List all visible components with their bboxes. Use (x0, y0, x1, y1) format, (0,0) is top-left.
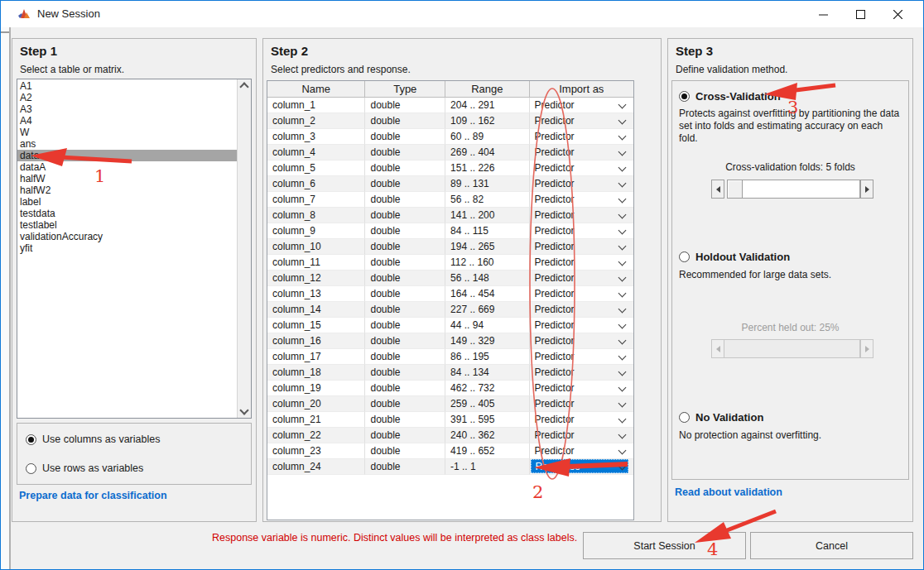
import-as-dropdown[interactable]: Predictor (530, 318, 633, 333)
minimize-button[interactable] (805, 1, 842, 27)
cell-type: double (365, 239, 445, 255)
scroll-up-icon[interactable] (239, 82, 248, 91)
table-row: column_20double259 .. 405Predictor (267, 396, 633, 412)
table-row: column_3double60 .. 89Predictor (267, 129, 633, 145)
prepare-data-link[interactable]: Prepare data for classification (19, 490, 167, 501)
cell-name: column_21 (267, 412, 365, 428)
variable-list-item[interactable]: halfW (17, 173, 237, 184)
import-as-dropdown[interactable]: Predictor (530, 286, 633, 302)
import-as-value: Predictor (535, 115, 575, 127)
dropdown-chevron-icon (618, 211, 627, 219)
slider-right-arrow[interactable] (860, 180, 873, 199)
start-session-button[interactable]: Start Session (583, 532, 746, 559)
import-as-dropdown[interactable]: Predictor (530, 192, 633, 208)
cancel-button[interactable]: Cancel (750, 532, 913, 559)
slider-left-arrow[interactable] (711, 180, 724, 199)
table-row: column_9double84 .. 115Predictor (267, 223, 633, 239)
header-range[interactable]: Range (445, 81, 530, 98)
variable-list-item[interactable]: halfW2 (17, 184, 237, 196)
cell-type-text: double (370, 351, 400, 362)
variable-list-item[interactable]: dataA (17, 161, 237, 173)
dropdown-chevron-icon (618, 337, 627, 345)
import-as-dropdown[interactable]: Response (530, 459, 633, 475)
import-as-value: Predictor (535, 288, 575, 299)
import-as-dropdown[interactable]: Predictor (530, 145, 633, 160)
import-as-dropdown[interactable]: Predictor (530, 333, 633, 349)
variable-list-item[interactable]: validationAccuracy (17, 231, 237, 242)
percent-held-out-label: Percent held out: 25% (672, 322, 908, 333)
cell-range-text: -1 .. 1 (450, 461, 476, 472)
cell-name-text: column_24 (272, 461, 321, 472)
variable-list-item[interactable]: ans (17, 138, 237, 150)
import-as-dropdown[interactable]: Predictor (530, 365, 633, 381)
cell-range: 89 .. 131 (445, 176, 530, 192)
import-as-dropdown[interactable]: Predictor (530, 223, 633, 239)
radio-no-validation[interactable]: No Validation (679, 411, 763, 424)
import-as-dropdown[interactable]: Predictor (530, 271, 633, 286)
variable-list-item[interactable]: A1 (17, 80, 237, 92)
import-as-dropdown[interactable]: Predictor (530, 381, 633, 396)
variable-list-item[interactable]: testlabel (17, 219, 237, 231)
import-as-dropdown[interactable]: Predictor (530, 208, 633, 223)
cell-range-text: 141 .. 200 (450, 209, 494, 221)
import-as-dropdown[interactable]: Predictor (530, 302, 633, 318)
cell-name: column_19 (267, 381, 365, 396)
header-type[interactable]: Type (365, 81, 445, 98)
variable-list-item[interactable]: testdata (17, 208, 237, 219)
radio-cross-validation[interactable]: Cross-Validation (679, 90, 781, 103)
variable-list-item[interactable]: A2 (17, 92, 237, 103)
import-as-dropdown[interactable]: Predictor (530, 412, 633, 428)
import-as-dropdown[interactable]: Predictor (530, 98, 633, 113)
maximize-button[interactable] (842, 1, 879, 27)
maximize-icon (856, 10, 865, 19)
table-row: column_16double149 .. 329Predictor (267, 333, 633, 349)
import-as-dropdown[interactable]: Predictor (530, 160, 633, 176)
dropdown-chevron-icon (618, 164, 627, 172)
import-as-dropdown[interactable]: Predictor (530, 176, 633, 192)
import-as-dropdown[interactable]: Predictor (530, 113, 633, 129)
cell-range: 164 .. 454 (445, 286, 530, 302)
import-as-value: Predictor (535, 366, 575, 378)
variable-list-item[interactable]: W (17, 127, 237, 138)
response-selected-cell: Response (531, 459, 628, 473)
import-as-dropdown[interactable]: Predictor (530, 129, 633, 145)
radio-unselected-icon (679, 251, 690, 262)
cell-type-text: double (370, 366, 400, 378)
radio-use-columns[interactable]: Use columns as variables (26, 433, 160, 445)
scroll-down-icon[interactable] (239, 405, 248, 414)
table-row: column_2double109 .. 162Predictor (267, 113, 633, 129)
cell-name-text: column_17 (272, 351, 321, 362)
step2-heading: Step 2 (271, 44, 308, 58)
radio-selected-icon (26, 434, 36, 445)
variable-list-item[interactable]: data (17, 150, 237, 161)
import-as-dropdown[interactable]: Predictor (530, 239, 633, 255)
variable-list-item[interactable]: yfit (17, 242, 237, 254)
folds-slider-thumb[interactable] (727, 180, 743, 199)
import-as-value: Response (536, 461, 580, 472)
radio-holdout-validation[interactable]: Holdout Validation (679, 251, 790, 263)
radio-use-rows[interactable]: Use rows as variables (26, 462, 143, 474)
variable-list-item[interactable]: A3 (17, 103, 237, 115)
import-as-dropdown[interactable]: Predictor (530, 255, 633, 271)
cell-range: 462 .. 732 (445, 381, 530, 396)
table-row: column_7double56 .. 82Predictor (267, 192, 633, 208)
read-about-validation-link[interactable]: Read about validation (675, 486, 782, 498)
dropdown-chevron-icon (618, 274, 627, 282)
cell-type: double (365, 349, 445, 365)
import-as-dropdown[interactable]: Predictor (530, 428, 633, 443)
variable-list-item[interactable]: label (17, 196, 237, 208)
variable-list-item[interactable]: A4 (17, 115, 237, 127)
import-as-dropdown[interactable]: Predictor (530, 349, 633, 365)
import-as-dropdown[interactable]: Predictor (530, 396, 633, 412)
cell-range-text: 112 .. 160 (450, 256, 494, 268)
cell-range: 269 .. 404 (445, 145, 530, 160)
header-name[interactable]: Name (267, 81, 365, 98)
table-row: column_8double141 .. 200Predictor (267, 208, 633, 223)
import-as-dropdown[interactable]: Predictor (530, 443, 633, 459)
import-as-value: Predictor (535, 256, 575, 268)
dropdown-chevron-icon (618, 415, 627, 424)
cell-name-text: column_6 (272, 178, 315, 189)
close-button[interactable] (879, 1, 917, 27)
header-import-as[interactable]: Import as (530, 81, 633, 98)
table-row: column_5double151 .. 226Predictor (267, 160, 633, 176)
